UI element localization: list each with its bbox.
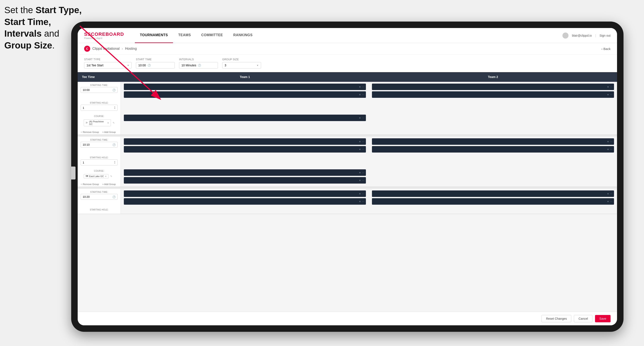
remove-2-icon: ○ — [81, 183, 82, 185]
group-size-select[interactable]: 3 ▼ — [222, 62, 261, 68]
group1-hole-panel: STARTING HOLE: 1 ▲ ▼ — [78, 100, 121, 113]
group2-team1-spacer — [121, 154, 369, 168]
nav-tab-teams[interactable]: TEAMS — [173, 28, 196, 43]
remove-group-button[interactable]: ○ Remove Group — [81, 131, 99, 133]
group-divider-1 — [78, 135, 617, 137]
group1-team2-player2: ✕ ⋯ — [372, 91, 614, 98]
player-x-icon[interactable]: ✕ — [607, 86, 609, 88]
group-size-setting: Group Size 3 ▼ — [222, 58, 261, 68]
nav-tab-committee[interactable]: COMMITTEE — [196, 28, 228, 43]
group3-starting-time-input[interactable]: 10:20 🕐 — [81, 194, 118, 200]
intervals-select[interactable]: 10 Minutes 🕐 — [179, 62, 218, 68]
nav-tab-tournaments[interactable]: TOURNAMENTS — [135, 28, 173, 43]
player-x-icon[interactable]: ✕ — [607, 141, 609, 143]
group1-starting-hole-input[interactable]: 1 ▲ ▼ — [81, 105, 118, 111]
player-dots-icon: ⋯ — [362, 94, 364, 96]
player-x-icon[interactable]: ✕ — [359, 200, 361, 203]
player-x-icon[interactable]: ✕ — [359, 148, 361, 151]
group3-team1-spacer — [121, 206, 369, 214]
breadcrumb: C Clippd Invitational › Hosting — [84, 46, 137, 52]
remove-group-2-button[interactable]: ○ Remove Group — [81, 183, 99, 185]
group1-hole-spinner[interactable]: ▲ ▼ — [114, 106, 116, 109]
schedule-group-1: STARTING TIME: 10:00 🕐 ✕ ⋯ — [78, 82, 617, 135]
group2-time-icon: 🕐 — [112, 143, 116, 146]
player-x-icon[interactable]: ✕ — [359, 86, 361, 88]
player-x-icon[interactable]: ✕ — [607, 148, 609, 151]
edit-course-2-icon[interactable]: ✎ — [110, 175, 112, 178]
remove-course-icon[interactable]: ✕ — [107, 122, 109, 124]
group2-team2-spacer — [369, 154, 617, 168]
user-avatar — [562, 32, 568, 38]
tablet-screen: SSCOREBOARD Powered by clipp'd TOURNAMEN… — [78, 28, 617, 325]
start-time-select[interactable]: 10:00 🕐 — [136, 62, 175, 68]
player-x-icon[interactable]: ✕ — [607, 193, 609, 195]
group2-team1-player1: ✕ ⋯ — [124, 138, 366, 145]
group2-team1-players: ✕ ⋯ ✕ ⋯ — [121, 137, 369, 154]
group2-team2-player1: ✕ ⋯ — [372, 138, 614, 145]
group1-course-row: 🏳 (A) Peachtree GC ✕ ✎ — [81, 118, 118, 128]
player-x-icon[interactable]: ✕ — [359, 94, 361, 96]
reset-changes-button[interactable]: Reset Changes — [542, 315, 572, 322]
group1-starting-time-input[interactable]: 10:00 🕐 — [81, 87, 118, 93]
add-group-2-button[interactable]: + Add Group — [102, 183, 116, 185]
group2-course-team2 — [369, 168, 617, 186]
group-size-chevron-icon: ▼ — [256, 64, 259, 67]
user-email-link[interactable]: blair@clippd.io — [572, 34, 592, 37]
back-button[interactable]: ‹ Back — [602, 47, 610, 51]
start-type-select[interactable]: 1st Tee Start ▼ — [84, 62, 132, 68]
start-time-setting: Start Time 10:00 🕐 — [136, 58, 175, 68]
group3-time-icon: 🕐 — [112, 195, 116, 198]
player-x-icon[interactable]: ✕ — [607, 200, 609, 203]
cancel-button[interactable]: Cancel — [574, 315, 592, 322]
group1-course-team1-row1: ✕ ⋯ — [124, 115, 366, 121]
group2-course-section: COURSE: 🗺 East Lake GC ✕ ✎ — [78, 168, 617, 186]
nav-tabs: TOURNAMENTS TEAMS COMMITTEE RANKINGS — [135, 28, 562, 43]
group2-course-badge: 🗺 East Lake GC ✕ — [84, 174, 108, 178]
group3-starting-hole-label: STARTING HOLE: — [81, 208, 118, 211]
edit-course-icon[interactable]: ✎ — [112, 122, 114, 124]
group2-starting-hole-input[interactable]: 1 ▲ ▼ — [81, 160, 118, 166]
main-content: Tee Time Team 1 Team 2 STARTING TIME: 10… — [78, 72, 617, 312]
intervals-setting: Intervals 10 Minutes 🕐 — [179, 58, 218, 68]
remove-course-2-icon[interactable]: ✕ — [105, 175, 106, 177]
group2-hole-spinner[interactable]: ▲ ▼ — [114, 161, 116, 164]
group2-footer: ○ Remove Group + Add Group — [78, 182, 120, 186]
group2-team2-player2: ✕ ⋯ — [372, 146, 614, 153]
group1-course-label: COURSE: — [81, 115, 118, 117]
side-navigation-tab[interactable] — [71, 167, 76, 179]
group-size-label: Group Size — [222, 58, 261, 61]
player-x-icon[interactable]: ✕ — [359, 172, 361, 174]
group1-course-badge: 🏳 (A) Peachtree GC ✕ — [84, 119, 111, 126]
group2-starting-time-input[interactable]: 10:10 🕐 — [81, 142, 118, 148]
nav-tab-rankings[interactable]: RANKINGS — [228, 28, 258, 43]
player-x-icon[interactable]: ✕ — [359, 179, 361, 182]
save-button[interactable]: Save — [595, 315, 610, 322]
tournament-name-link[interactable]: Clippd Invitational — [92, 47, 120, 51]
tee-time-header: Tee Time — [78, 72, 121, 82]
schedule-group-2: STARTING TIME: 10:10 🕐 ✕ ⋯ — [78, 137, 617, 187]
group2-left-panel: STARTING TIME: 10:10 🕐 — [78, 137, 121, 154]
group1-left-panel: STARTING TIME: 10:00 🕐 — [78, 82, 121, 100]
player-x-icon[interactable]: ✕ — [359, 141, 361, 143]
group1-course-panel: COURSE: 🏳 (A) Peachtree GC ✕ ✎ — [78, 113, 121, 135]
group3-time-section: STARTING TIME: 10:20 🕐 ✕ ⋯ — [78, 189, 617, 206]
player-dots-icon: ⋯ — [610, 86, 612, 88]
start-type-label: Start Type — [84, 58, 132, 61]
group3-hole-panel: STARTING HOLE: — [78, 206, 121, 214]
group1-footer: ○ Remove Group + Add Group — [78, 130, 120, 135]
annotation-text: Set the Start Type, Start Time, Interval… — [4, 4, 82, 51]
start-time-label: Start Time — [136, 58, 175, 61]
group3-team2-spacer — [369, 206, 617, 214]
sign-out-link[interactable]: Sign out — [600, 34, 610, 37]
group1-course-team2 — [369, 113, 617, 135]
player-x-icon[interactable]: ✕ — [359, 117, 361, 119]
player-x-icon[interactable]: ✕ — [359, 193, 361, 195]
group2-course-label: COURSE: — [81, 170, 118, 172]
group1-starting-hole-label: STARTING HOLE: — [81, 102, 118, 104]
group2-hole-panel: STARTING HOLE: 1 ▲ ▼ — [78, 154, 121, 168]
group1-team1-player2: ✕ ⋯ — [124, 91, 366, 98]
group3-team1-players: ✕ ⋯ ✕ ⋯ — [121, 189, 369, 206]
player-x-icon[interactable]: ✕ — [607, 94, 609, 96]
add-group-button[interactable]: + Add Group — [102, 131, 116, 133]
group2-course-team1: ✕ ⋯ ✕ ⋯ — [121, 168, 369, 186]
